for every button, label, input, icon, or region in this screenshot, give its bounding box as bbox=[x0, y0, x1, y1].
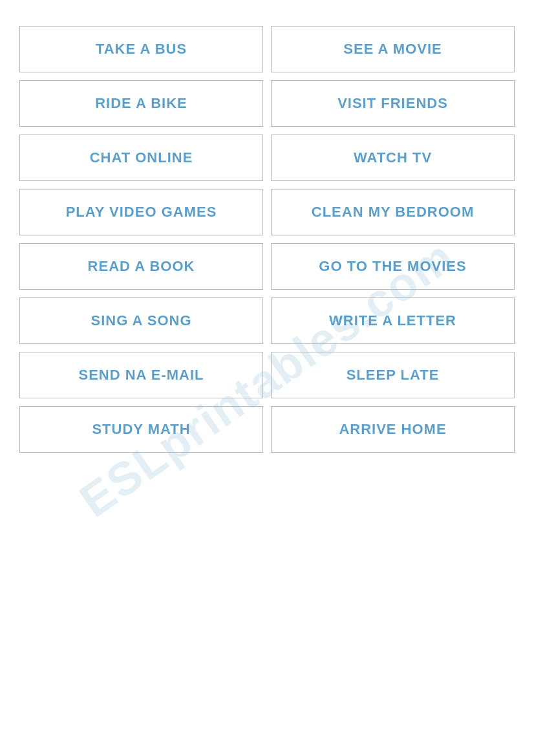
card-label-see-a-movie: SEE A MOVIE bbox=[343, 41, 442, 58]
card-label-read-a-book: READ A BOOK bbox=[88, 258, 195, 275]
card-label-study-math: STUDY MATH bbox=[92, 421, 190, 438]
card-visit-friends: VISIT FRIENDS bbox=[271, 80, 515, 127]
card-take-a-bus: TAKE A BUS bbox=[19, 26, 263, 72]
card-label-ride-a-bike: RIDE A BIKE bbox=[95, 95, 187, 112]
card-sing-a-song: SING A SONG bbox=[19, 297, 263, 344]
card-label-watch-tv: WATCH TV bbox=[354, 149, 432, 166]
card-go-to-the-movies: GO TO THE MOVIES bbox=[271, 243, 515, 290]
card-label-chat-online: CHAT ONLINE bbox=[90, 149, 193, 166]
card-label-send-na-email: SEND NA E-MAIL bbox=[78, 367, 204, 383]
card-label-take-a-bus: TAKE A BUS bbox=[96, 41, 187, 58]
card-label-clean-my-bedroom: CLEAN MY BEDROOM bbox=[312, 204, 475, 221]
card-label-arrive-home: ARRIVE HOME bbox=[339, 421, 446, 438]
card-write-a-letter: WRITE A LETTER bbox=[271, 297, 515, 344]
card-watch-tv: WATCH TV bbox=[271, 135, 515, 181]
card-label-write-a-letter: WRITE A LETTER bbox=[329, 312, 456, 329]
card-label-visit-friends: VISIT FRIENDS bbox=[337, 95, 448, 112]
card-chat-online: CHAT ONLINE bbox=[19, 135, 263, 181]
card-see-a-movie: SEE A MOVIE bbox=[271, 26, 515, 72]
card-label-go-to-the-movies: GO TO THE MOVIES bbox=[319, 258, 466, 275]
card-study-math: STUDY MATH bbox=[19, 406, 263, 453]
card-label-play-video-games: PLAY VIDEO GAMES bbox=[66, 204, 217, 221]
card-play-video-games: PLAY VIDEO GAMES bbox=[19, 189, 263, 235]
cards-grid: TAKE A BUSSEE A MOVIERIDE A BIKEVISIT FR… bbox=[19, 26, 515, 453]
card-read-a-book: READ A BOOK bbox=[19, 243, 263, 290]
card-label-sing-a-song: SING A SONG bbox=[91, 312, 191, 329]
card-ride-a-bike: RIDE A BIKE bbox=[19, 80, 263, 127]
card-sleep-late: SLEEP LATE bbox=[271, 352, 515, 398]
card-send-na-email: SEND NA E-MAIL bbox=[19, 352, 263, 398]
card-arrive-home: ARRIVE HOME bbox=[271, 406, 515, 453]
card-label-sleep-late: SLEEP LATE bbox=[347, 367, 440, 383]
card-clean-my-bedroom: CLEAN MY BEDROOM bbox=[271, 189, 515, 235]
